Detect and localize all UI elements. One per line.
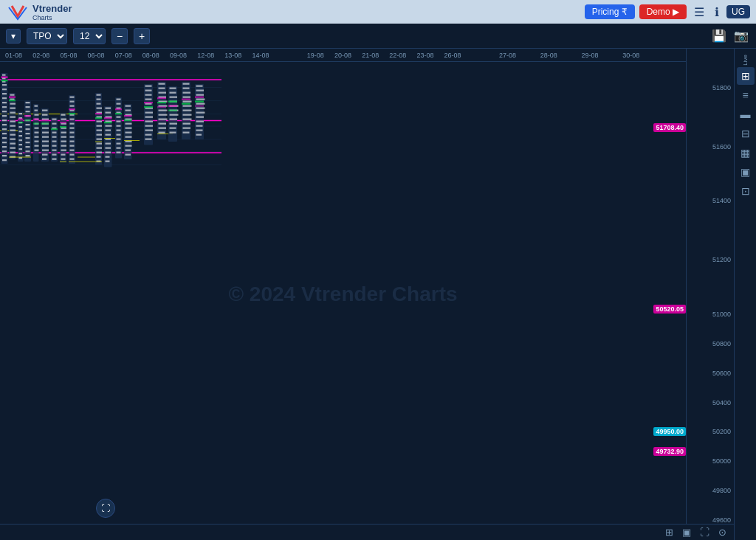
svg-rect-23 (2, 111, 7, 112)
svg-rect-25 (2, 120, 7, 121)
svg-rect-72 (26, 111, 30, 112)
increase-button[interactable]: + (134, 28, 150, 44)
svg-rect-130 (61, 123, 67, 125)
svg-rect-278 (183, 83, 190, 85)
avatar-button[interactable]: UG (726, 5, 750, 18)
decrease-button[interactable]: − (111, 28, 128, 44)
save-button[interactable]: 💾 (710, 27, 728, 44)
svg-rect-148 (70, 119, 75, 120)
svg-rect-280 (183, 92, 191, 94)
svg-rect-40 (10, 103, 16, 105)
svg-rect-49 (10, 143, 16, 145)
logo-area: Vtrender Charts (6, 1, 72, 22)
svg-rect-46 (10, 130, 16, 131)
svg-rect-36 (1, 80, 8, 81)
svg-rect-115 (51, 117, 58, 162)
svg-rect-98 (33, 119, 39, 120)
svg-rect-229 (144, 84, 153, 145)
tpo-select[interactable]: TPO (27, 28, 67, 44)
svg-rect-152 (70, 136, 75, 138)
svg-rect-146 (70, 110, 75, 111)
price-51400: 51400 (712, 197, 731, 204)
svg-rect-219 (126, 128, 132, 129)
time-label-12: 21-08 (362, 52, 379, 59)
svg-rect-306 (195, 101, 204, 103)
svg-rect-223 (126, 145, 132, 147)
price-50200: 50200 (712, 428, 731, 435)
svg-rect-128 (61, 114, 66, 116)
svg-rect-181 (106, 108, 111, 109)
svg-rect-95 (35, 141, 39, 142)
fullscreen-button[interactable]: ⛶ (96, 499, 115, 518)
bottom-icon-0[interactable]: ⊞ (664, 525, 675, 539)
svg-rect-107 (42, 136, 49, 138)
sidebar-icon-6[interactable]: ⊡ (737, 182, 755, 200)
svg-rect-80 (26, 146, 30, 148)
svg-rect-184 (106, 121, 112, 122)
svg-rect-173 (97, 148, 103, 149)
svg-rect-281 (183, 97, 191, 98)
svg-rect-135 (61, 145, 67, 147)
svg-rect-19 (2, 93, 7, 94)
svg-rect-106 (42, 132, 49, 134)
sidebar-icon-4[interactable]: ▦ (737, 144, 755, 162)
time-label-8: 13-08 (224, 52, 241, 59)
logo-name: Vtrender (32, 3, 72, 14)
svg-rect-273 (170, 132, 176, 134)
demo-button[interactable]: Demo ▶ (639, 4, 687, 19)
svg-rect-203 (117, 121, 121, 122)
svg-rect-51 (10, 152, 16, 153)
svg-rect-286 (183, 119, 192, 120)
chart-area[interactable]: 01-08 02-08 05-08 06-08 07-08 08-08 09-0… (0, 49, 686, 540)
svg-rect-116 (52, 119, 57, 120)
svg-rect-304 (196, 134, 202, 136)
toolbar-right-buttons: 💾 📷 (710, 27, 750, 44)
svg-rect-287 (183, 123, 191, 125)
svg-rect-155 (70, 150, 75, 151)
svg-rect-208 (117, 143, 121, 145)
svg-rect-210 (117, 152, 121, 153)
pricing-button[interactable]: Pricing ₹ (585, 4, 635, 19)
sidebar-icon-1[interactable]: ≡ (737, 86, 755, 104)
svg-rect-117 (52, 123, 57, 125)
svg-rect-247 (159, 88, 165, 89)
time-label-15: 26-08 (444, 52, 461, 59)
svg-rect-157 (70, 159, 75, 160)
time-label-11: 20-08 (334, 52, 351, 59)
svg-rect-194 (104, 117, 112, 119)
svg-rect-160 (95, 93, 102, 165)
svg-rect-133 (61, 136, 67, 138)
menu-button[interactable]: ☰ (691, 4, 707, 21)
svg-rect-222 (126, 141, 132, 142)
sidebar-icon-2[interactable]: ▬ (737, 105, 755, 123)
chart-toolbar: ▾ TPO 12 − + 💾 📷 (0, 24, 756, 49)
chart-type-dropdown[interactable]: ▾ (6, 29, 21, 44)
svg-rect-264 (170, 92, 176, 94)
sidebar-icon-5[interactable]: ▣ (737, 163, 755, 181)
svg-rect-76 (26, 128, 30, 130)
svg-rect-124 (52, 154, 57, 156)
svg-rect-243 (144, 102, 153, 103)
bottom-icon-1[interactable]: ▣ (681, 525, 693, 539)
svg-rect-201 (117, 112, 121, 114)
svg-rect-170 (97, 134, 103, 136)
sidebar-icon-0[interactable]: ⊞ (737, 67, 755, 85)
svg-rect-42 (10, 112, 16, 114)
sidebar-icon-3[interactable]: ⊟ (737, 125, 755, 142)
svg-rect-104 (42, 123, 49, 125)
svg-rect-119 (52, 132, 57, 134)
interval-select[interactable]: 12 (73, 28, 106, 44)
nav-right-controls: Pricing ₹ Demo ▶ ☰ ℹ UG (585, 4, 750, 21)
info-button[interactable]: ℹ (712, 4, 722, 21)
svg-rect-262 (168, 86, 177, 142)
svg-rect-44 (10, 121, 16, 122)
camera-button[interactable]: 📷 (732, 27, 750, 44)
svg-rect-253 (159, 114, 168, 116)
svg-rect-112 (42, 159, 47, 160)
bottom-icon-2[interactable]: ⛶ (698, 525, 711, 539)
svg-rect-110 (42, 150, 49, 151)
bottom-icon-3[interactable]: ⊙ (717, 525, 728, 539)
svg-rect-169 (97, 130, 103, 131)
svg-rect-206 (117, 134, 121, 136)
svg-rect-137 (61, 154, 66, 156)
